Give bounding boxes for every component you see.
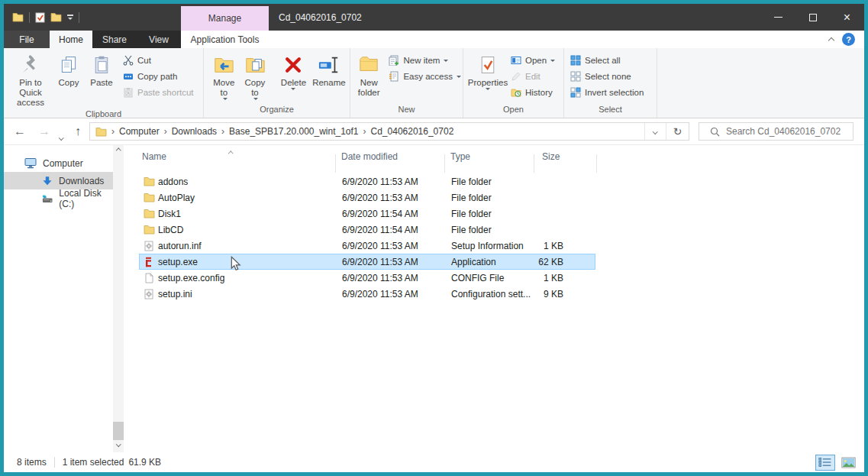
column-header-type[interactable]: Type <box>445 151 534 162</box>
scroll-up-arrow[interactable] <box>113 145 124 157</box>
paste-shortcut-button[interactable]: Paste shortcut <box>123 87 194 98</box>
history-button[interactable]: History <box>511 87 555 98</box>
file-row-setup-ini[interactable]: setup.ini 6/9/2020 11:53 AM Configuratio… <box>139 286 595 302</box>
pin-label: Pin to Quick access <box>10 78 51 108</box>
file-row-addons[interactable]: addons 6/9/2020 11:53 AM File folder <box>139 173 595 189</box>
qat-customize-dropdown[interactable] <box>67 15 73 20</box>
maximize-button[interactable] <box>795 4 830 31</box>
organize-group-label: Organize <box>204 105 350 118</box>
status-bar: 8 items 1 item selected 61.9 KB <box>4 452 864 472</box>
column-header-name[interactable]: Name <box>142 151 336 162</box>
qat-properties-button[interactable] <box>35 12 45 23</box>
file-row-libcd[interactable]: LibCD 6/9/2020 11:54 AM File folder <box>139 222 595 238</box>
file-row-setup-exe[interactable]: setup.exe 6/9/2020 11:53 AM Application … <box>139 254 595 270</box>
up-button[interactable]: ↑ <box>75 125 81 138</box>
invert-selection-button[interactable]: Invert selection <box>570 87 644 98</box>
close-button[interactable]: × <box>830 4 864 31</box>
copy-path-label: Copy path <box>137 72 177 81</box>
select-none-button[interactable]: Select none <box>570 71 644 82</box>
maximize-icon <box>809 14 817 21</box>
paste-button[interactable]: Paste <box>85 50 118 89</box>
rename-label: Rename <box>312 78 345 88</box>
copy-button[interactable]: Copy <box>53 50 85 89</box>
new-folder-button[interactable]: New folder <box>355 50 382 99</box>
scrollbar-thumb[interactable] <box>113 422 124 440</box>
new-item-button[interactable]: New item <box>389 55 461 66</box>
sidebar-item-computer[interactable]: Computer <box>4 154 113 172</box>
open-button[interactable]: Open <box>511 55 555 66</box>
history-label: History <box>525 88 553 97</box>
chevron-down-icon <box>444 60 448 62</box>
recent-locations-dropdown[interactable] <box>60 131 63 141</box>
window-controls: × <box>761 4 864 31</box>
contextual-tab-manage[interactable]: Manage <box>181 6 269 31</box>
new-group-label: New <box>350 105 463 118</box>
forward-button[interactable]: → <box>38 125 50 138</box>
file-type: File folder <box>446 209 535 219</box>
breadcrumb-bar[interactable]: › Computer › Downloads › Base_SPB17.20.0… <box>89 122 689 141</box>
file-row-autoplay[interactable]: AutoPlay 6/9/2020 11:53 AM File folder <box>139 189 595 206</box>
sidebar-scrollbar[interactable] <box>113 145 124 452</box>
copy-to-button[interactable]: Copy to <box>240 50 271 102</box>
chevron-down-icon <box>116 442 121 446</box>
address-dropdown-button[interactable] <box>644 123 666 140</box>
select-group-label: Select <box>564 105 657 118</box>
folder-icon <box>144 193 155 202</box>
delete-button[interactable]: Delete <box>277 50 310 92</box>
sidebar-item-local-disk-c[interactable]: Local Disk (C:) <box>4 189 113 207</box>
easy-access-button[interactable]: Easy access <box>389 71 461 82</box>
item-count: 8 items <box>17 457 47 468</box>
details-view-button[interactable] <box>815 455 835 471</box>
tab-file[interactable]: File <box>4 31 50 48</box>
cut-button[interactable]: Cut <box>123 55 194 66</box>
file-type: File folder <box>446 193 535 203</box>
move-to-button[interactable]: Move to <box>208 50 240 102</box>
search-box[interactable] <box>699 122 853 141</box>
properties-label: Properties <box>468 78 508 88</box>
pin-to-quick-access-button[interactable]: Pin to Quick access <box>8 50 53 109</box>
ribbon-tab-strip: File Home Share View Application Tools ? <box>4 31 864 48</box>
minimize-icon <box>774 17 782 18</box>
copy-path-icon <box>123 71 134 82</box>
breadcrumb-item-computer[interactable]: Computer <box>119 126 160 137</box>
breadcrumb-item-base-folder[interactable]: Base_SPB17.20.000_wint_1of1 <box>229 126 358 137</box>
invert-selection-label: Invert selection <box>585 88 644 97</box>
tab-share[interactable]: Share <box>92 31 137 48</box>
scroll-down-arrow[interactable] <box>113 439 124 451</box>
back-button[interactable]: ← <box>14 125 26 138</box>
tab-home[interactable]: Home <box>50 31 92 48</box>
file-row-disk1[interactable]: Disk1 6/9/2020 11:54 AM File folder <box>139 206 595 222</box>
file-name: addons <box>158 176 337 187</box>
download-arrow-icon <box>42 176 53 186</box>
properties-button[interactable]: Properties <box>468 50 508 92</box>
new-folder-icon <box>358 52 379 78</box>
delete-label: Delete <box>281 78 306 88</box>
edit-button[interactable]: Edit <box>511 71 555 82</box>
column-header-size[interactable]: Size <box>534 151 597 162</box>
minimize-button[interactable] <box>761 4 795 31</box>
select-all-button[interactable]: Select all <box>570 55 644 66</box>
file-row-setup-exe-config[interactable]: setup.exe.config 6/9/2020 11:53 AM CONFI… <box>139 270 595 286</box>
copy-path-button[interactable]: Copy path <box>123 71 194 82</box>
qat-new-folder-button[interactable] <box>50 12 62 22</box>
file-date: 6/9/2020 11:53 AM <box>337 257 446 267</box>
tab-application-tools[interactable]: Application Tools <box>181 31 269 48</box>
large-icons-view-button[interactable] <box>838 455 858 471</box>
rename-button[interactable]: Rename <box>310 50 348 89</box>
copy-icon <box>59 52 79 78</box>
disk-drive-icon <box>42 193 53 204</box>
file-row-autorun-inf[interactable]: autorun.inf 6/9/2020 11:53 AM Setup Info… <box>139 238 595 254</box>
column-header-date-modified[interactable]: Date modified <box>336 151 445 162</box>
search-input[interactable] <box>726 126 853 137</box>
refresh-button[interactable]: ↻ <box>666 123 689 140</box>
breadcrumb-item-current-folder[interactable]: Cd_04062016_0702 <box>371 126 454 137</box>
ribbon-collapse-button[interactable] <box>829 34 834 45</box>
new-folder-label: New folder <box>357 78 381 98</box>
file-name: AutoPlay <box>158 193 337 203</box>
file-name: setup.exe <box>158 257 337 267</box>
column-separator[interactable] <box>596 154 597 173</box>
tab-view[interactable]: View <box>137 31 181 48</box>
help-button[interactable]: ? <box>842 33 855 46</box>
breadcrumb-item-downloads[interactable]: Downloads <box>172 126 217 137</box>
easy-access-label: Easy access <box>403 72 453 81</box>
